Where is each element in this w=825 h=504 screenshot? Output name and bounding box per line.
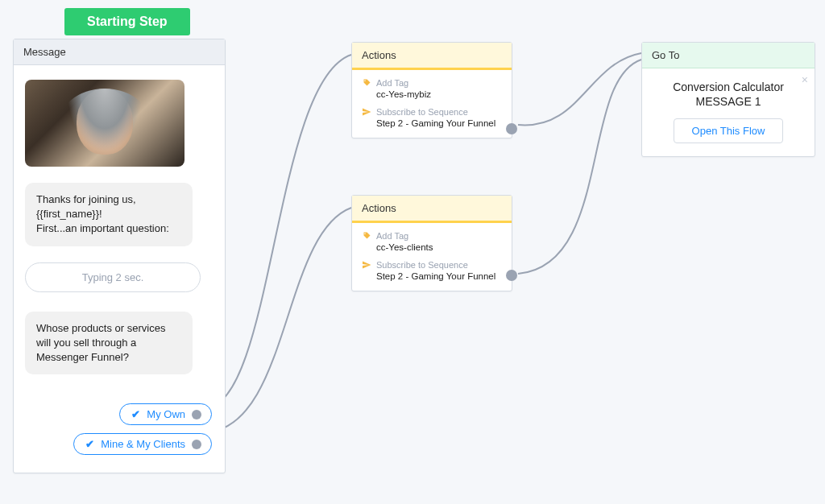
check-icon: ✔	[131, 408, 140, 420]
output-port-icon[interactable]	[192, 410, 201, 419]
output-port-icon[interactable]	[192, 440, 201, 449]
message-bubble-2: Whose products or services will you sell…	[25, 312, 193, 375]
tag-icon	[362, 78, 371, 88]
bubble1-line1: Thanks for joining us,	[36, 193, 136, 205]
starting-step-badge: Starting Step	[64, 8, 190, 35]
actions-node-2[interactable]: Actions Add Tag cc-Yes-clients Subscribe…	[351, 195, 512, 291]
goto-node-header: Go To	[642, 43, 815, 68]
action-label: Subscribe to Sequence	[376, 107, 468, 117]
close-icon[interactable]: ×	[802, 73, 808, 86]
actions-node-header: Actions	[352, 43, 512, 70]
action-add-tag[interactable]: Add Tag cc-Yes-clients	[362, 231, 502, 252]
open-flow-button[interactable]: Open This Flow	[674, 118, 784, 143]
quick-reply-mine-and-clients[interactable]: ✔ Mine & My Clients	[73, 433, 212, 455]
check-icon: ✔	[85, 438, 94, 450]
tag-icon	[362, 231, 371, 241]
typing-indicator[interactable]: Typing 2 sec.	[25, 262, 201, 292]
actions-node-header: Actions	[352, 196, 512, 223]
action-label: Add Tag	[376, 78, 408, 88]
actions-node-1[interactable]: Actions Add Tag cc-Yes-mybiz Subscribe t…	[351, 42, 512, 138]
goto-target-title: Conversion Calculator MESSAGE 1	[650, 80, 806, 109]
quick-reply-label: Mine & My Clients	[101, 438, 185, 450]
sequence-icon	[362, 107, 371, 117]
avatar-image	[25, 80, 184, 167]
action-value: Step 2 - Gaming Your Funnel	[362, 118, 502, 128]
action-value: cc-Yes-clients	[362, 242, 502, 252]
sequence-icon	[362, 260, 371, 270]
action-label: Subscribe to Sequence	[376, 260, 468, 270]
action-subscribe-sequence[interactable]: Subscribe to Sequence Step 2 - Gaming Yo…	[362, 107, 502, 128]
message-bubble-1: Thanks for joining us, {{first_name}}! F…	[25, 183, 193, 246]
action-value: cc-Yes-mybiz	[362, 89, 502, 99]
goto-title-line2: MESSAGE 1	[696, 95, 761, 108]
bubble1-line3: First...an important question:	[36, 222, 169, 234]
goto-node[interactable]: Go To × Conversion Calculator MESSAGE 1 …	[641, 42, 815, 157]
bubble1-line2: {{first_name}}!	[36, 208, 102, 220]
goto-title-line1: Conversion Calculator	[673, 81, 784, 93]
quick-reply-my-own[interactable]: ✔ My Own	[119, 403, 212, 425]
flow-canvas[interactable]: Starting Step Message Thanks for joining…	[0, 0, 825, 504]
message-node-header: Message	[14, 39, 225, 65]
action-subscribe-sequence[interactable]: Subscribe to Sequence Step 2 - Gaming Yo…	[362, 260, 502, 281]
action-add-tag[interactable]: Add Tag cc-Yes-mybiz	[362, 78, 502, 99]
action-value: Step 2 - Gaming Your Funnel	[362, 271, 502, 281]
output-port-icon[interactable]	[506, 270, 517, 281]
message-node[interactable]: Message Thanks for joining us, {{first_n…	[13, 39, 226, 473]
quick-reply-label: My Own	[147, 408, 185, 420]
action-label: Add Tag	[376, 231, 408, 241]
output-port-icon[interactable]	[506, 123, 517, 134]
